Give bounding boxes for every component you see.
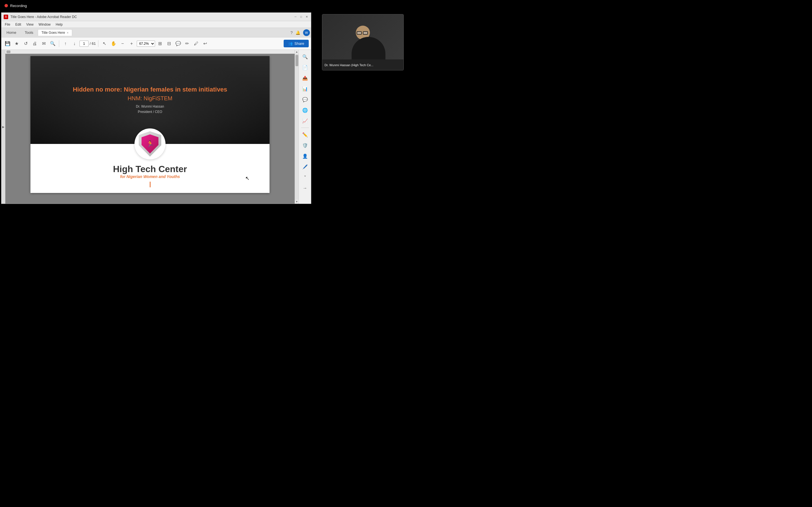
sidebar-zoom-icon[interactable]: 🔍	[301, 52, 310, 61]
tab-home[interactable]: Home	[3, 29, 20, 36]
refresh-button[interactable]: ↺	[22, 40, 30, 48]
shield-outer: 🏃	[139, 131, 161, 157]
recording-dot	[4, 4, 8, 7]
bookmark-button[interactable]: ★	[13, 40, 20, 48]
toolbar-divider-2	[98, 40, 98, 47]
sidebar-pen-icon[interactable]: 🖊️	[301, 162, 310, 171]
scroll-track[interactable]	[295, 54, 299, 200]
app-icon: A	[4, 15, 8, 19]
sidebar-edit-icon[interactable]: ✏️	[301, 130, 310, 139]
save-button[interactable]: 💾	[4, 40, 11, 48]
acrobat-window: A Title Goes Here - Adobe Acrobat Reader…	[1, 12, 311, 204]
menu-help[interactable]: Help	[54, 22, 65, 27]
recording-label: Recording	[10, 4, 27, 8]
draw-button[interactable]: ✏	[183, 40, 191, 48]
zoom-out-button[interactable]: −	[119, 40, 126, 48]
scroll-down-button[interactable]: ▼	[295, 200, 299, 204]
sidebar-export-icon[interactable]: 📤	[301, 73, 310, 82]
read-mode-button[interactable]: ⊟	[165, 40, 173, 48]
prev-page-button[interactable]: ↑	[61, 40, 69, 48]
hand-tool[interactable]: ✋	[110, 40, 117, 48]
page-total: / 61	[90, 41, 96, 46]
menu-file[interactable]: File	[3, 22, 12, 27]
video-panel: Dr. Wunmi Hassan (High Tech Ce...	[322, 14, 404, 70]
left-panel-toggle[interactable]: ▶	[1, 50, 5, 204]
sidebar-scan-icon[interactable]: 📄	[301, 63, 310, 72]
minimize-button[interactable]: ─	[294, 15, 297, 19]
sidebar-chevron-icon[interactable]: ˅	[301, 173, 310, 182]
h-scroll-thumb[interactable]	[6, 50, 10, 53]
org-name: High Tech Center	[113, 164, 187, 174]
slide-divider-line	[150, 182, 151, 187]
vertical-scrollbar[interactable]: ▲ ▼	[295, 50, 299, 204]
slide-bottom: 🏃 High Tech Center for Nigerian Women an…	[31, 144, 269, 193]
sidebar-shield-icon[interactable]: 🛡️	[301, 141, 310, 150]
glasses	[357, 31, 369, 35]
glass-left	[357, 31, 362, 35]
zoom-in-button[interactable]: +	[128, 40, 136, 48]
toolbar: 💾 ★ ↺ 🖨 ✉ 🔍 ↑ ↓ / 61 ↖ ✋ − + 67.2% 50% 7…	[1, 38, 311, 50]
menu-window[interactable]: Window	[36, 22, 53, 27]
user-avatar[interactable]: W	[303, 29, 310, 36]
close-button[interactable]: ✕	[305, 15, 309, 19]
sidebar-expand-icon[interactable]: →	[301, 184, 310, 193]
sidebar-presentation-icon[interactable]: 📊	[301, 84, 310, 93]
glass-right	[363, 31, 368, 35]
slide-title-main: Hidden no more: Nigerian females in stem…	[73, 86, 227, 94]
fit-page-button[interactable]: ⊞	[156, 40, 164, 48]
slide-subtitle: HNM: NigFiSTEM	[128, 95, 172, 102]
author-role: President / CEO	[136, 109, 164, 115]
scroll-thumb[interactable]	[296, 55, 298, 66]
window-title: Title Goes Here - Adobe Acrobat Reader D…	[10, 15, 294, 19]
menu-view[interactable]: View	[24, 22, 36, 27]
tab-document-label: Title Goes Here	[42, 31, 65, 35]
select-tool[interactable]: ↖	[101, 40, 109, 48]
logo-shield: 🏃	[139, 131, 161, 157]
sidebar-chart-icon[interactable]: 📈	[301, 116, 310, 125]
logo-circle: 🏃	[135, 128, 165, 159]
notification-icon[interactable]: 🔔	[296, 31, 300, 35]
sidebar-translate-icon[interactable]: 🌐	[301, 106, 310, 115]
person-silhouette	[352, 25, 374, 59]
help-icon[interactable]: ?	[290, 31, 293, 35]
org-tagline: for Nigerian Women and Youths	[120, 174, 180, 179]
window-controls[interactable]: ─ □ ✕	[294, 15, 309, 19]
video-feed	[322, 14, 403, 59]
tab-close-button[interactable]: ×	[67, 31, 68, 34]
highlight-button[interactable]: 🖊	[192, 40, 200, 48]
tagline-post: Nigerian Women and Youths	[125, 174, 180, 179]
share-button[interactable]: 👥 Share	[284, 40, 309, 47]
share-label: Share	[294, 41, 304, 46]
horizontal-scrollbar[interactable]	[5, 50, 295, 54]
menu-edit[interactable]: Edit	[13, 22, 23, 27]
shield-inner: 🏃	[142, 134, 158, 154]
email-button[interactable]: ✉	[40, 40, 48, 48]
restore-button[interactable]: □	[299, 15, 303, 19]
person-body	[352, 37, 386, 59]
slide-container: Hidden no more: Nigerian females in stem…	[5, 54, 295, 204]
scroll-up-button[interactable]: ▲	[295, 50, 299, 54]
tab-document[interactable]: Title Goes Here ×	[38, 29, 72, 36]
sidebar-comment-icon[interactable]: 💬	[301, 95, 310, 104]
sidebar-redact-icon[interactable]: 👤	[301, 152, 310, 161]
tab-tools[interactable]: Tools	[21, 29, 37, 36]
right-sidebar: 🔍 📄 📤 📊 💬 🌐 📈 ✏️ 🛡️ 👤 🖊️ ˅ →	[299, 50, 311, 204]
page-navigation: / 61	[80, 41, 96, 47]
tab-right-icons: ? 🔔 W	[290, 29, 310, 36]
comment-button[interactable]: 💬	[174, 40, 182, 48]
page-number-input[interactable]	[80, 41, 89, 47]
main-area: ▶ Hidden no more: Nigerian females in st…	[1, 50, 311, 204]
stamp-button[interactable]: ↩	[201, 40, 209, 48]
share-icon: 👥	[288, 41, 293, 46]
print-button[interactable]: 🖨	[31, 40, 39, 48]
tab-bar: Home Tools Title Goes Here × ? 🔔 W	[1, 28, 311, 38]
tagline-pre: for	[120, 174, 125, 179]
title-bar: A Title Goes Here - Adobe Acrobat Reader…	[1, 13, 311, 21]
next-page-button[interactable]: ↓	[70, 40, 79, 48]
zoom-select[interactable]: 67.2% 50% 75% 100%	[137, 41, 155, 47]
video-name-bar: Dr. Wunmi Hassan (High Tech Ce...	[322, 59, 403, 70]
menu-bar: File Edit View Window Help	[1, 21, 311, 28]
search-button[interactable]: 🔍	[49, 40, 57, 48]
recording-bar: Recording	[0, 0, 406, 11]
author-name: Dr. Wunmi Hassan	[136, 104, 164, 109]
